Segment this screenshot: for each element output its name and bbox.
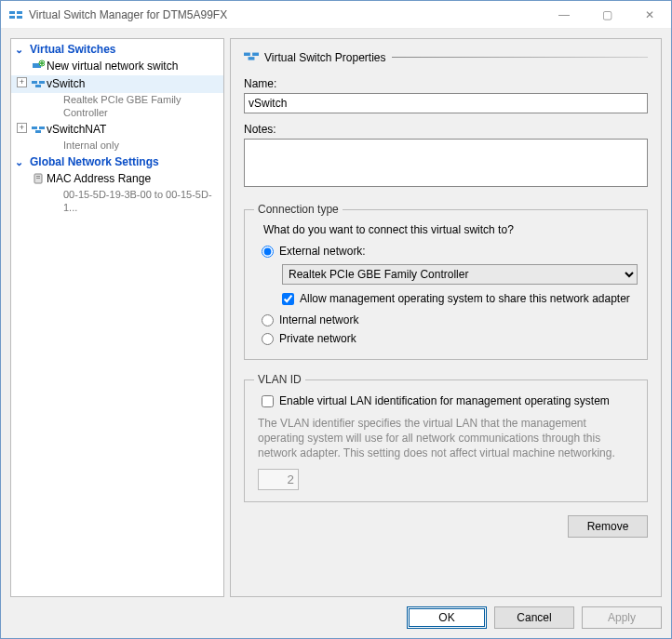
name-input[interactable] — [244, 93, 648, 113]
svg-rect-9 — [32, 126, 37, 129]
tree-item-mac-range-sub: 00-15-5D-19-3B-00 to 00-15-5D-1... — [11, 188, 223, 216]
connection-prompt: What do you want to connect this virtual… — [254, 221, 638, 242]
tree-item-vswitch[interactable]: + vSwitch — [11, 75, 223, 93]
cancel-button[interactable]: Cancel — [494, 606, 574, 629]
svg-rect-14 — [36, 178, 40, 179]
allow-mgmt-input[interactable] — [282, 293, 294, 305]
radio-external[interactable]: External network: — [254, 242, 638, 260]
name-label: Name: — [244, 77, 648, 90]
vlan-help-text: The VLAN identifier specifies the virtua… — [254, 410, 638, 469]
radio-external-input[interactable] — [262, 246, 274, 258]
left-tree[interactable]: ⌄ Virtual Switches New virtual network s… — [10, 38, 224, 597]
vlan-group: VLAN ID Enable virtual LAN identificatio… — [244, 373, 648, 502]
switch-icon — [244, 48, 259, 66]
notes-input[interactable] — [244, 139, 648, 187]
expand-icon[interactable]: + — [17, 123, 27, 133]
connection-type-legend: Connection type — [254, 203, 343, 216]
vlan-id-input — [258, 469, 299, 490]
svg-rect-11 — [35, 130, 41, 133]
minimize-button[interactable]: — — [543, 1, 585, 28]
window-buttons: — ▢ ✕ — [543, 1, 671, 28]
tree-section-label: Virtual Switches — [30, 43, 115, 56]
radio-internal[interactable]: Internal network — [254, 311, 638, 329]
new-switch-icon — [32, 60, 45, 76]
tree-item-label: MAC Address Range — [47, 172, 151, 185]
properties-header: Virtual Switch Properties — [244, 48, 648, 66]
vlan-enable-input[interactable] — [262, 395, 274, 407]
tree-section-global[interactable]: ⌄ Global Network Settings — [11, 153, 223, 170]
titlebar: Virtual Switch Manager for DTM5A99FX — ▢… — [1, 1, 671, 29]
remove-row: Remove — [244, 515, 648, 538]
maximize-button[interactable]: ▢ — [585, 1, 628, 28]
allow-mgmt-checkbox[interactable]: Allow management operating system to sha… — [282, 290, 638, 311]
svg-rect-1 — [17, 11, 22, 14]
tree-item-label: New virtual network switch — [47, 60, 178, 73]
window: Virtual Switch Manager for DTM5A99FX — ▢… — [0, 0, 672, 639]
svg-rect-8 — [35, 85, 41, 87]
switch-icon — [32, 123, 45, 140]
tree-section-label: Global Network Settings — [30, 155, 159, 168]
ok-button[interactable]: OK — [407, 606, 487, 629]
tree-item-vswitchnat-sub: Internal only — [11, 139, 223, 153]
svg-rect-15 — [244, 53, 250, 56]
expand-icon[interactable]: + — [17, 77, 27, 87]
svg-rect-10 — [39, 126, 45, 129]
tree-item-label: vSwitch — [47, 77, 85, 90]
radio-private[interactable]: Private network — [254, 329, 638, 348]
properties-title: Virtual Switch Properties — [264, 51, 386, 64]
window-title: Virtual Switch Manager for DTM5A99FX — [29, 8, 543, 21]
svg-rect-7 — [39, 81, 45, 84]
dialog-footer: OK Cancel Apply — [10, 597, 662, 629]
tree-item-label: vSwitchNAT — [47, 123, 106, 136]
switch-icon — [32, 77, 45, 94]
divider — [392, 57, 649, 58]
vlan-enable-label: Enable virtual LAN identification for ma… — [279, 394, 610, 407]
vlan-enable-checkbox[interactable]: Enable virtual LAN identification for ma… — [254, 392, 638, 410]
radio-internal-label: Internal network — [279, 313, 358, 326]
notes-label: Notes: — [244, 123, 648, 136]
svg-rect-13 — [36, 176, 40, 177]
svg-rect-17 — [249, 57, 255, 60]
svg-rect-16 — [252, 53, 259, 56]
allow-mgmt-label: Allow management operating system to sha… — [300, 292, 630, 305]
close-button[interactable]: ✕ — [628, 1, 671, 28]
remove-button[interactable]: Remove — [568, 515, 648, 538]
tree-item-vswitch-sub: Realtek PCIe GBE Family Controller — [11, 93, 223, 121]
svg-rect-6 — [32, 81, 37, 84]
tree-item-new-switch[interactable]: New virtual network switch — [11, 58, 223, 75]
svg-rect-0 — [9, 11, 15, 14]
tree-item-vswitchnat[interactable]: + vSwitchNAT — [11, 121, 223, 139]
tree-item-mac-range[interactable]: MAC Address Range — [11, 170, 223, 188]
radio-private-label: Private network — [279, 332, 356, 345]
apply-button[interactable]: Apply — [582, 606, 662, 629]
radio-private-input[interactable] — [262, 333, 274, 345]
radio-external-label: External network: — [279, 245, 366, 258]
connection-type-group: Connection type What do you want to conn… — [244, 203, 648, 360]
content-area: ⌄ Virtual Switches New virtual network s… — [1, 29, 671, 638]
app-icon — [8, 7, 23, 22]
svg-rect-3 — [17, 16, 22, 19]
collapse-icon[interactable]: ⌄ — [15, 44, 23, 56]
vlan-legend: VLAN ID — [254, 373, 305, 386]
properties-pane: Virtual Switch Properties Name: Notes: C… — [230, 38, 662, 597]
radio-internal-input[interactable] — [262, 314, 274, 326]
tree-section-virtual-switches[interactable]: ⌄ Virtual Switches — [11, 41, 223, 58]
collapse-icon[interactable]: ⌄ — [15, 156, 23, 168]
adapter-select[interactable]: Realtek PCIe GBE Family Controller — [282, 264, 638, 285]
svg-rect-2 — [9, 16, 15, 19]
mac-range-icon — [32, 172, 45, 189]
panes: ⌄ Virtual Switches New virtual network s… — [10, 38, 662, 597]
